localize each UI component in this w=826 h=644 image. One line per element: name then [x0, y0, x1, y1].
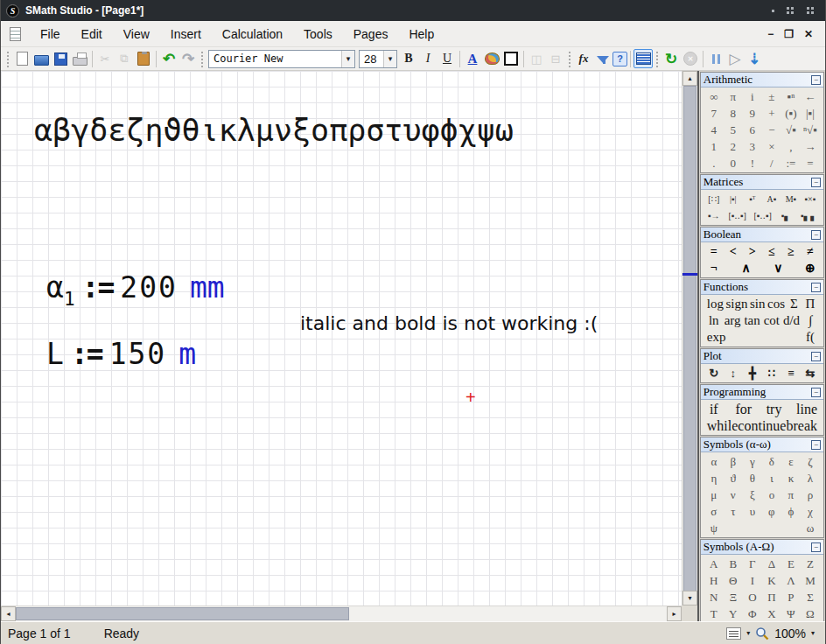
scroll-right-icon[interactable]: ▸ [667, 606, 682, 621]
symbols-upper-button[interactable]: Θ [726, 574, 740, 588]
arithmetic-button[interactable]: ← [803, 90, 817, 104]
matrices-button[interactable]: ▪×▪ [803, 194, 817, 204]
programming-button[interactable]: continue [738, 418, 786, 434]
functions-button[interactable]: d/d [783, 313, 800, 328]
symbols-lower-button[interactable]: μ [707, 488, 721, 502]
show-side-panel-button[interactable] [634, 49, 653, 68]
programming-button[interactable]: line [796, 402, 817, 417]
menu-view[interactable]: View [113, 23, 160, 46]
functions-button[interactable]: sign [725, 297, 747, 312]
symbols-upper-button[interactable]: Ξ [726, 591, 740, 605]
collapse-icon[interactable] [811, 542, 821, 552]
menu-file[interactable]: File [30, 23, 71, 46]
zoom-icon[interactable] [755, 626, 769, 640]
symbols-lower-button[interactable]: χ [803, 505, 817, 519]
symbols-upper-button[interactable]: Α [707, 557, 721, 571]
matrices-button[interactable]: [∷] [707, 194, 721, 204]
collapse-icon[interactable] [811, 178, 821, 187]
collapse-icon[interactable] [811, 388, 821, 397]
recalculate-button[interactable]: ↻ [662, 49, 681, 68]
symbols-upper-button[interactable]: Φ [746, 607, 760, 621]
scroll-up-icon[interactable]: ▴ [682, 71, 697, 86]
arithmetic-button[interactable]: 4 [707, 123, 721, 137]
text-region-note[interactable]: italic and bold is not working :( [300, 312, 598, 334]
symbols-lower-button[interactable]: ψ [707, 522, 721, 536]
symbols-lower-button[interactable]: θ [746, 472, 760, 486]
scroll-down-icon[interactable]: ▾ [682, 591, 697, 606]
symbols-lower-button[interactable]: π [784, 488, 798, 502]
programming-button[interactable]: if [707, 402, 721, 417]
underline-button[interactable]: U [438, 49, 457, 68]
background-color-button[interactable] [482, 49, 501, 68]
symbols-upper-button[interactable]: Π [765, 591, 779, 605]
functions-button[interactable]: Π [803, 297, 817, 312]
functions-button[interactable]: sin [750, 297, 766, 312]
symbols-lower-button[interactable]: ρ [803, 488, 817, 502]
symbols-upper-button[interactable]: Ο [746, 591, 760, 605]
symbols-lower-button[interactable]: λ [803, 472, 817, 486]
arithmetic-button[interactable]: 0 [726, 157, 740, 171]
cut-button[interactable]: ✂ [95, 49, 115, 68]
arithmetic-button[interactable]: 1 [707, 140, 721, 154]
symbols-lower-button[interactable]: υ [746, 505, 760, 519]
functions-button[interactable]: f( [803, 330, 817, 345]
functions-button[interactable]: tan [744, 313, 760, 328]
boolean-button[interactable]: ≠ [803, 245, 817, 259]
print-button[interactable] [70, 49, 89, 68]
boolean-button[interactable]: > [746, 245, 760, 259]
matrices-button[interactable]: A▪ [765, 194, 779, 204]
symbols-upper-button[interactable]: Ψ [784, 607, 798, 621]
functions-button[interactable]: ∫ [803, 313, 817, 328]
dropdown-arrow-icon[interactable]: ▾ [383, 51, 396, 67]
plot-button[interactable]: ↻ [707, 367, 721, 381]
boolean-button[interactable]: ≥ [784, 245, 798, 259]
font-size-value[interactable]: 28 [360, 52, 383, 66]
plot-button[interactable]: ↕ [726, 367, 740, 381]
symbols-upper-button[interactable]: Ω [803, 607, 817, 621]
symbols-lower-button[interactable]: ϕ [784, 505, 798, 519]
toolbar-gripper[interactable] [200, 50, 205, 67]
functions-button[interactable]: log [707, 297, 724, 312]
collapse-icon[interactable] [811, 230, 821, 240]
arithmetic-button[interactable]: 8 [726, 107, 740, 121]
collapse-icon[interactable] [811, 75, 821, 85]
symbols-upper-button[interactable]: Ε [784, 557, 798, 571]
arithmetic-button[interactable]: := [784, 157, 798, 171]
vertical-spacing-button[interactable]: ⊟ [546, 49, 565, 68]
arithmetic-button[interactable]: 7 [707, 107, 721, 121]
arithmetic-button[interactable]: 2 [726, 140, 740, 154]
plot-button[interactable]: ╋ [746, 367, 760, 381]
arithmetic-button[interactable]: . [707, 157, 721, 171]
boolean-button[interactable]: < [726, 245, 740, 259]
symbols-upper-button[interactable]: Ν [707, 591, 721, 605]
symbols-upper-button[interactable]: Τ [707, 607, 721, 621]
font-name-combobox[interactable]: Courier New▾ [208, 50, 355, 68]
paste-button[interactable] [134, 49, 153, 68]
programming-button[interactable]: break [786, 418, 817, 434]
symbols-lower-button[interactable]: γ [746, 455, 760, 469]
zoom-level[interactable]: 100% [774, 626, 806, 640]
show-border-button[interactable] [501, 49, 521, 68]
matrices-button[interactable]: [▪‥▪] [753, 211, 771, 220]
collapse-icon[interactable] [811, 440, 821, 450]
arithmetic-button[interactable]: ▪ⁿ [784, 90, 798, 104]
horizontal-scrollbar-thumb[interactable] [16, 607, 349, 620]
filter-button[interactable] [593, 49, 612, 68]
boolean-button[interactable]: ⊕ [803, 261, 817, 276]
font-name-value[interactable]: Courier New [209, 52, 341, 65]
symbols-lower-button[interactable]: ε [784, 455, 798, 469]
view-dropdown-arrow-icon[interactable]: ▾ [746, 629, 750, 637]
toolbar-gripper[interactable] [654, 50, 660, 67]
toolbar-gripper[interactable] [5, 50, 10, 67]
greek-letters-text-region[interactable]: αβγδεζηϑθικλμνξοπρστυφϕχψω [34, 113, 514, 148]
worksheet-canvas[interactable]: αβγδεζηϑθικλμνξοπρστυφϕχψω α1:=200mm ita… [1, 71, 682, 606]
collapse-icon[interactable] [811, 283, 821, 292]
symbols-lower-button[interactable]: ζ [803, 455, 817, 469]
collapse-icon[interactable] [811, 352, 821, 361]
dropdown-arrow-icon[interactable]: ▾ [341, 51, 354, 67]
arithmetic-button[interactable]: − [765, 123, 779, 137]
plot-button[interactable]: ∷ [765, 367, 779, 381]
horizontal-spacing-button[interactable]: ◫ [527, 49, 546, 68]
menu-calculation[interactable]: Calculation [212, 23, 293, 46]
symbols-lower-button[interactable]: ω [803, 522, 817, 536]
